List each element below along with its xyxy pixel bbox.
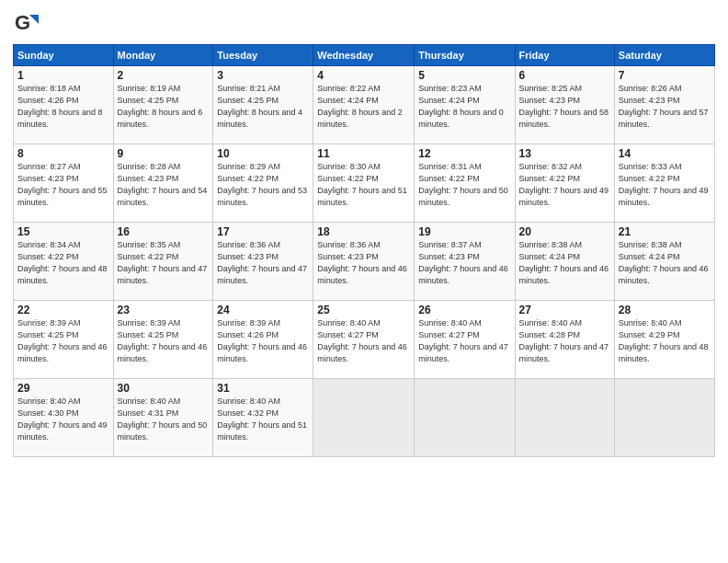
day-of-week-header: Thursday [415,45,515,66]
calendar-day-cell: 6 Sunrise: 8:25 AMSunset: 4:23 PMDayligh… [515,66,614,144]
calendar-day-cell [313,379,415,457]
day-info: Sunrise: 8:26 AMSunset: 4:23 PMDaylight:… [619,84,709,129]
day-number: 1 [17,69,109,82]
day-number: 4 [317,69,410,82]
day-info: Sunrise: 8:32 AMSunset: 4:22 PMDaylight:… [519,162,609,207]
calendar-day-cell: 21 Sunrise: 8:38 AMSunset: 4:24 PMDaylig… [614,223,714,301]
header: G [13,11,715,37]
day-info: Sunrise: 8:40 AMSunset: 4:32 PMDaylight:… [217,396,307,442]
day-of-week-header: Monday [113,45,213,66]
page: G SundayMondayTuesdayWednesdayThursdayFr… [0,0,728,563]
calendar-day-cell: 12 Sunrise: 8:31 AMSunset: 4:22 PMDaylig… [415,144,515,223]
calendar-day-cell: 11 Sunrise: 8:30 AMSunset: 4:22 PMDaylig… [313,144,415,223]
calendar-day-cell: 8 Sunrise: 8:27 AMSunset: 4:23 PMDayligh… [14,144,114,223]
day-info: Sunrise: 8:39 AMSunset: 4:26 PMDaylight:… [217,318,307,363]
day-info: Sunrise: 8:40 AMSunset: 4:27 PMDaylight:… [418,318,508,363]
day-info: Sunrise: 8:29 AMSunset: 4:22 PMDaylight:… [217,162,307,207]
day-of-week-header: Friday [515,45,614,66]
day-number: 31 [217,382,309,395]
day-of-week-header: Wednesday [313,45,415,66]
calendar-day-cell: 31 Sunrise: 8:40 AMSunset: 4:32 PMDaylig… [213,379,313,457]
day-number: 25 [317,304,410,316]
calendar-week-row: 22 Sunrise: 8:39 AMSunset: 4:25 PMDaylig… [14,301,715,379]
day-number: 17 [217,225,309,238]
calendar-day-cell: 26 Sunrise: 8:40 AMSunset: 4:27 PMDaylig… [415,301,515,379]
day-info: Sunrise: 8:27 AMSunset: 4:23 PMDaylight:… [17,162,108,207]
day-number: 28 [619,304,711,316]
calendar-day-cell: 16 Sunrise: 8:35 AMSunset: 4:22 PMDaylig… [113,223,213,301]
calendar-week-row: 8 Sunrise: 8:27 AMSunset: 4:23 PMDayligh… [14,144,715,223]
logo-icon: G [13,11,39,37]
calendar-table: SundayMondayTuesdayWednesdayThursdayFrid… [13,44,715,457]
day-info: Sunrise: 8:40 AMSunset: 4:30 PMDaylight:… [17,396,108,442]
calendar-day-cell [614,379,714,457]
calendar-week-row: 29 Sunrise: 8:40 AMSunset: 4:30 PMDaylig… [14,379,715,457]
day-info: Sunrise: 8:38 AMSunset: 4:24 PMDaylight:… [519,240,609,285]
day-number: 15 [17,225,109,238]
day-info: Sunrise: 8:39 AMSunset: 4:25 PMDaylight:… [17,318,108,363]
day-number: 14 [619,147,711,160]
calendar-day-cell: 10 Sunrise: 8:29 AMSunset: 4:22 PMDaylig… [213,144,313,223]
day-number: 3 [217,69,309,82]
calendar-day-cell: 7 Sunrise: 8:26 AMSunset: 4:23 PMDayligh… [614,66,714,144]
day-number: 6 [519,69,610,82]
calendar-day-cell: 1 Sunrise: 8:18 AMSunset: 4:26 PMDayligh… [14,66,114,144]
day-number: 19 [418,225,510,238]
day-number: 8 [17,147,109,160]
day-number: 10 [217,147,309,160]
day-info: Sunrise: 8:40 AMSunset: 4:27 PMDaylight:… [317,318,407,363]
svg-marker-1 [29,15,39,24]
day-number: 9 [118,147,210,160]
calendar-day-cell: 27 Sunrise: 8:40 AMSunset: 4:28 PMDaylig… [515,301,614,379]
day-info: Sunrise: 8:35 AMSunset: 4:22 PMDaylight:… [118,240,208,285]
calendar-day-cell: 15 Sunrise: 8:34 AMSunset: 4:22 PMDaylig… [14,223,114,301]
day-info: Sunrise: 8:22 AMSunset: 4:24 PMDaylight:… [317,84,403,129]
calendar-day-cell: 19 Sunrise: 8:37 AMSunset: 4:23 PMDaylig… [415,223,515,301]
day-number: 7 [619,69,711,82]
day-info: Sunrise: 8:34 AMSunset: 4:22 PMDaylight:… [17,240,108,285]
calendar-day-cell: 24 Sunrise: 8:39 AMSunset: 4:26 PMDaylig… [213,301,313,379]
calendar-day-cell: 23 Sunrise: 8:39 AMSunset: 4:25 PMDaylig… [113,301,213,379]
day-info: Sunrise: 8:19 AMSunset: 4:25 PMDaylight:… [118,84,203,129]
day-info: Sunrise: 8:25 AMSunset: 4:23 PMDaylight:… [519,84,609,129]
calendar-day-cell: 18 Sunrise: 8:36 AMSunset: 4:23 PMDaylig… [313,223,415,301]
calendar-day-cell: 17 Sunrise: 8:36 AMSunset: 4:23 PMDaylig… [213,223,313,301]
day-info: Sunrise: 8:40 AMSunset: 4:31 PMDaylight:… [118,396,208,442]
day-number: 20 [519,225,610,238]
calendar-day-cell: 14 Sunrise: 8:33 AMSunset: 4:22 PMDaylig… [614,144,714,223]
calendar-day-cell: 5 Sunrise: 8:23 AMSunset: 4:24 PMDayligh… [415,66,515,144]
calendar-day-cell: 30 Sunrise: 8:40 AMSunset: 4:31 PMDaylig… [113,379,213,457]
day-of-week-header: Sunday [14,45,114,66]
calendar-week-row: 15 Sunrise: 8:34 AMSunset: 4:22 PMDaylig… [14,223,715,301]
calendar-day-cell [415,379,515,457]
day-number: 12 [418,147,510,160]
day-info: Sunrise: 8:31 AMSunset: 4:22 PMDaylight:… [418,162,508,207]
calendar-day-cell: 9 Sunrise: 8:28 AMSunset: 4:23 PMDayligh… [113,144,213,223]
day-number: 27 [519,304,610,316]
calendar-day-cell: 13 Sunrise: 8:32 AMSunset: 4:22 PMDaylig… [515,144,614,223]
day-number: 23 [118,304,210,316]
calendar-header-row: SundayMondayTuesdayWednesdayThursdayFrid… [14,45,715,66]
calendar-day-cell: 25 Sunrise: 8:40 AMSunset: 4:27 PMDaylig… [313,301,415,379]
calendar-day-cell [515,379,614,457]
day-number: 13 [519,147,610,160]
day-of-week-header: Saturday [614,45,714,66]
day-info: Sunrise: 8:23 AMSunset: 4:24 PMDaylight:… [418,84,504,129]
day-number: 2 [118,69,210,82]
day-number: 21 [619,225,711,238]
calendar-day-cell: 28 Sunrise: 8:40 AMSunset: 4:29 PMDaylig… [614,301,714,379]
day-number: 29 [17,382,109,395]
day-info: Sunrise: 8:33 AMSunset: 4:22 PMDaylight:… [619,162,709,207]
calendar-day-cell: 2 Sunrise: 8:19 AMSunset: 4:25 PMDayligh… [113,66,213,144]
day-info: Sunrise: 8:18 AMSunset: 4:26 PMDaylight:… [17,84,103,129]
day-info: Sunrise: 8:30 AMSunset: 4:22 PMDaylight:… [317,162,407,207]
calendar-day-cell: 22 Sunrise: 8:39 AMSunset: 4:25 PMDaylig… [14,301,114,379]
day-info: Sunrise: 8:39 AMSunset: 4:25 PMDaylight:… [118,318,208,363]
day-number: 24 [217,304,309,316]
svg-text:G: G [15,11,30,34]
day-number: 5 [418,69,510,82]
logo: G [13,11,40,37]
day-info: Sunrise: 8:36 AMSunset: 4:23 PMDaylight:… [317,240,407,285]
day-info: Sunrise: 8:21 AMSunset: 4:25 PMDaylight:… [217,84,302,129]
day-info: Sunrise: 8:40 AMSunset: 4:28 PMDaylight:… [519,318,609,363]
